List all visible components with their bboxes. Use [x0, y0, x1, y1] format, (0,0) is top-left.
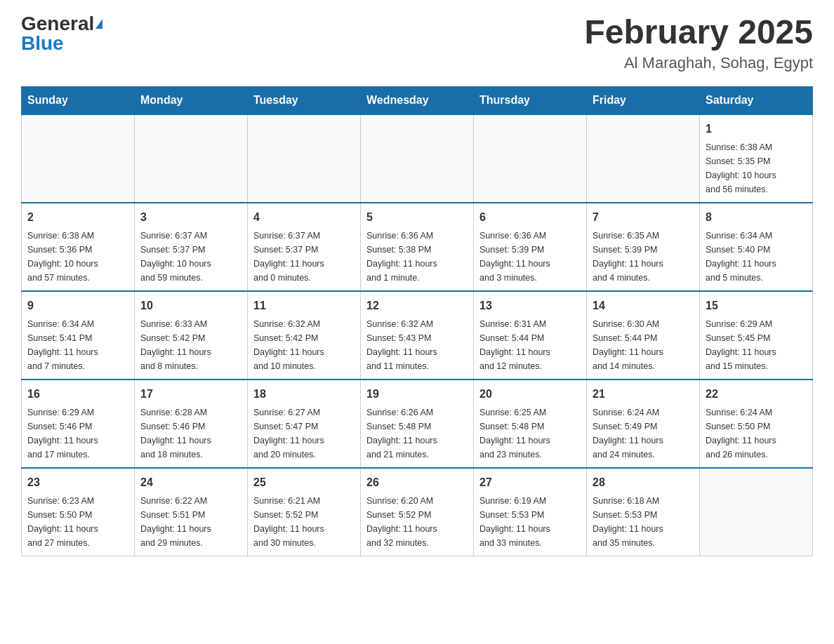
calendar-cell: 20Sunrise: 6:25 AM Sunset: 5:48 PM Dayli… — [474, 380, 587, 468]
calendar-cell: 9Sunrise: 6:34 AM Sunset: 5:41 PM Daylig… — [22, 291, 135, 380]
calendar-table: SundayMondayTuesdayWednesdayThursdayFrid… — [21, 86, 813, 556]
day-number: 5 — [366, 209, 468, 226]
page-header: General Blue February 2025 Al Maraghah, … — [21, 14, 813, 72]
day-number: 22 — [706, 386, 807, 403]
day-number: 13 — [479, 297, 581, 314]
calendar-cell: 13Sunrise: 6:31 AM Sunset: 5:44 PM Dayli… — [474, 291, 587, 380]
calendar-cell: 1Sunrise: 6:38 AM Sunset: 5:35 PM Daylig… — [700, 114, 813, 203]
calendar-week-row: 16Sunrise: 6:29 AM Sunset: 5:46 PM Dayli… — [22, 380, 813, 468]
calendar-cell — [22, 114, 135, 203]
day-info: Sunrise: 6:33 AM Sunset: 5:42 PM Dayligh… — [140, 317, 241, 373]
day-info: Sunrise: 6:32 AM Sunset: 5:42 PM Dayligh… — [253, 317, 355, 373]
day-info: Sunrise: 6:32 AM Sunset: 5:43 PM Dayligh… — [366, 317, 468, 373]
day-info: Sunrise: 6:24 AM Sunset: 5:49 PM Dayligh… — [593, 405, 694, 462]
calendar-cell: 17Sunrise: 6:28 AM Sunset: 5:46 PM Dayli… — [135, 380, 248, 468]
weekday-header-tuesday: Tuesday — [248, 86, 361, 114]
calendar-cell — [700, 468, 813, 556]
calendar-body: 1Sunrise: 6:38 AM Sunset: 5:35 PM Daylig… — [22, 114, 813, 556]
calendar-cell: 27Sunrise: 6:19 AM Sunset: 5:53 PM Dayli… — [474, 468, 587, 556]
day-number: 16 — [27, 386, 128, 403]
day-number: 24 — [140, 474, 241, 491]
day-number: 25 — [253, 474, 355, 491]
calendar-cell: 2Sunrise: 6:38 AM Sunset: 5:36 PM Daylig… — [22, 203, 135, 291]
day-info: Sunrise: 6:34 AM Sunset: 5:41 PM Dayligh… — [27, 317, 128, 373]
calendar-cell: 16Sunrise: 6:29 AM Sunset: 5:46 PM Dayli… — [22, 380, 135, 468]
day-info: Sunrise: 6:22 AM Sunset: 5:51 PM Dayligh… — [140, 494, 241, 550]
logo: General Blue — [21, 14, 102, 53]
calendar-cell: 11Sunrise: 6:32 AM Sunset: 5:42 PM Dayli… — [248, 291, 361, 380]
day-number: 17 — [140, 386, 241, 403]
day-info: Sunrise: 6:38 AM Sunset: 5:35 PM Dayligh… — [706, 140, 807, 196]
calendar-cell: 25Sunrise: 6:21 AM Sunset: 5:52 PM Dayli… — [248, 468, 361, 556]
day-info: Sunrise: 6:25 AM Sunset: 5:48 PM Dayligh… — [479, 405, 581, 462]
day-info: Sunrise: 6:27 AM Sunset: 5:47 PM Dayligh… — [253, 405, 355, 462]
day-number: 23 — [27, 474, 128, 491]
day-info: Sunrise: 6:24 AM Sunset: 5:50 PM Dayligh… — [706, 405, 807, 462]
logo-blue-text: Blue — [21, 34, 64, 53]
calendar-cell — [474, 114, 587, 203]
calendar-cell: 12Sunrise: 6:32 AM Sunset: 5:43 PM Dayli… — [361, 291, 474, 380]
weekday-header-monday: Monday — [135, 86, 248, 114]
calendar-cell: 28Sunrise: 6:18 AM Sunset: 5:53 PM Dayli… — [587, 468, 700, 556]
day-number: 26 — [366, 474, 468, 491]
day-info: Sunrise: 6:18 AM Sunset: 5:53 PM Dayligh… — [593, 494, 694, 550]
day-number: 12 — [366, 297, 468, 314]
weekday-header-sunday: Sunday — [22, 86, 135, 114]
day-info: Sunrise: 6:30 AM Sunset: 5:44 PM Dayligh… — [593, 317, 694, 373]
location-title: Al Maraghah, Sohag, Egypt — [584, 54, 813, 72]
calendar-week-row: 2Sunrise: 6:38 AM Sunset: 5:36 PM Daylig… — [22, 203, 813, 291]
day-info: Sunrise: 6:23 AM Sunset: 5:50 PM Dayligh… — [27, 494, 128, 550]
calendar-week-row: 23Sunrise: 6:23 AM Sunset: 5:50 PM Dayli… — [22, 468, 813, 556]
day-info: Sunrise: 6:29 AM Sunset: 5:45 PM Dayligh… — [706, 317, 807, 373]
calendar-cell: 18Sunrise: 6:27 AM Sunset: 5:47 PM Dayli… — [248, 380, 361, 468]
day-number: 14 — [593, 297, 694, 314]
day-number: 21 — [593, 386, 694, 403]
day-info: Sunrise: 6:36 AM Sunset: 5:39 PM Dayligh… — [479, 229, 581, 285]
calendar-cell: 15Sunrise: 6:29 AM Sunset: 5:45 PM Dayli… — [700, 291, 813, 380]
day-info: Sunrise: 6:26 AM Sunset: 5:48 PM Dayligh… — [366, 405, 468, 462]
title-area: February 2025 Al Maraghah, Sohag, Egypt — [584, 14, 813, 72]
calendar-cell — [135, 114, 248, 203]
calendar-cell — [248, 114, 361, 203]
calendar-cell: 23Sunrise: 6:23 AM Sunset: 5:50 PM Dayli… — [22, 468, 135, 556]
calendar-header: SundayMondayTuesdayWednesdayThursdayFrid… — [22, 86, 813, 114]
day-number: 2 — [27, 209, 128, 226]
calendar-cell: 6Sunrise: 6:36 AM Sunset: 5:39 PM Daylig… — [474, 203, 587, 291]
day-info: Sunrise: 6:38 AM Sunset: 5:36 PM Dayligh… — [27, 229, 128, 285]
weekday-header-wednesday: Wednesday — [361, 86, 474, 114]
day-info: Sunrise: 6:20 AM Sunset: 5:52 PM Dayligh… — [366, 494, 468, 550]
day-info: Sunrise: 6:37 AM Sunset: 5:37 PM Dayligh… — [140, 229, 241, 285]
day-number: 9 — [27, 297, 128, 314]
day-number: 6 — [479, 209, 581, 226]
calendar-cell: 8Sunrise: 6:34 AM Sunset: 5:40 PM Daylig… — [700, 203, 813, 291]
calendar-cell: 5Sunrise: 6:36 AM Sunset: 5:38 PM Daylig… — [361, 203, 474, 291]
day-info: Sunrise: 6:34 AM Sunset: 5:40 PM Dayligh… — [706, 229, 807, 285]
day-info: Sunrise: 6:29 AM Sunset: 5:46 PM Dayligh… — [27, 405, 128, 462]
weekday-header-row: SundayMondayTuesdayWednesdayThursdayFrid… — [22, 86, 813, 114]
day-info: Sunrise: 6:28 AM Sunset: 5:46 PM Dayligh… — [140, 405, 241, 462]
day-info: Sunrise: 6:21 AM Sunset: 5:52 PM Dayligh… — [253, 494, 355, 550]
calendar-cell — [361, 114, 474, 203]
month-title: February 2025 — [584, 14, 813, 51]
calendar-cell: 24Sunrise: 6:22 AM Sunset: 5:51 PM Dayli… — [135, 468, 248, 556]
calendar-cell: 26Sunrise: 6:20 AM Sunset: 5:52 PM Dayli… — [361, 468, 474, 556]
day-number: 7 — [593, 209, 694, 226]
calendar-cell: 4Sunrise: 6:37 AM Sunset: 5:37 PM Daylig… — [248, 203, 361, 291]
day-info: Sunrise: 6:35 AM Sunset: 5:39 PM Dayligh… — [593, 229, 694, 285]
day-info: Sunrise: 6:19 AM Sunset: 5:53 PM Dayligh… — [479, 494, 581, 550]
day-number: 3 — [140, 209, 241, 226]
day-number: 15 — [706, 297, 807, 314]
calendar-cell: 10Sunrise: 6:33 AM Sunset: 5:42 PM Dayli… — [135, 291, 248, 380]
calendar-cell: 19Sunrise: 6:26 AM Sunset: 5:48 PM Dayli… — [361, 380, 474, 468]
day-number: 28 — [593, 474, 694, 491]
calendar-cell: 7Sunrise: 6:35 AM Sunset: 5:39 PM Daylig… — [587, 203, 700, 291]
calendar-week-row: 9Sunrise: 6:34 AM Sunset: 5:41 PM Daylig… — [22, 291, 813, 380]
day-info: Sunrise: 6:31 AM Sunset: 5:44 PM Dayligh… — [479, 317, 581, 373]
day-number: 19 — [366, 386, 468, 403]
day-number: 11 — [253, 297, 355, 314]
day-number: 8 — [706, 209, 807, 226]
calendar-cell — [587, 114, 700, 203]
calendar-cell: 3Sunrise: 6:37 AM Sunset: 5:37 PM Daylig… — [135, 203, 248, 291]
day-number: 10 — [140, 297, 241, 314]
day-number: 20 — [479, 386, 581, 403]
